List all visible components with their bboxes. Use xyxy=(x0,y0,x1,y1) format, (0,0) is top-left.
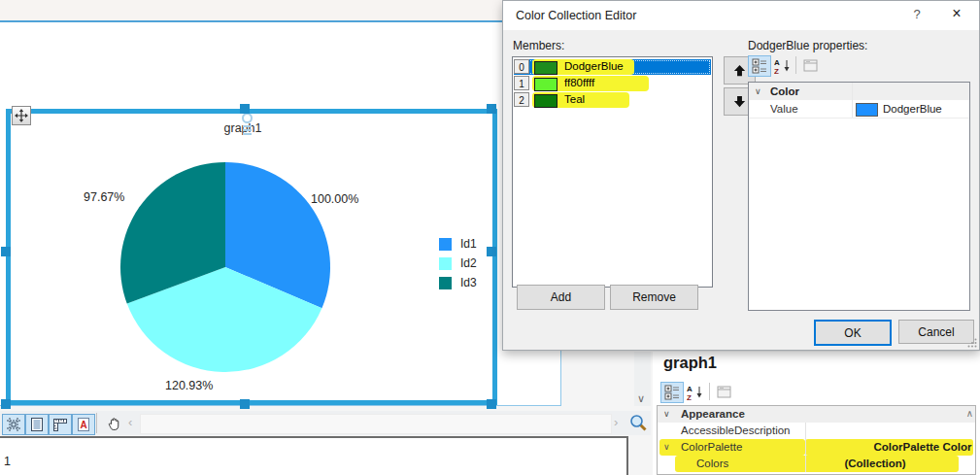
members-listbox[interactable]: 0 DodgerBlue 1 ff80ffff 2 Teal xyxy=(512,56,713,288)
zoom-button[interactable] xyxy=(628,413,648,432)
selection-handle-right[interactable] xyxy=(487,247,496,256)
collapse-icon[interactable]: ∨ xyxy=(663,439,670,456)
alphabetical-sort-button[interactable]: AZ xyxy=(684,382,707,403)
close-icon[interactable]: × xyxy=(947,5,966,22)
add-button[interactable]: Add xyxy=(517,285,605,310)
lined-page-icon xyxy=(29,417,45,432)
member-row-dodgerblue[interactable]: 0 DodgerBlue xyxy=(514,59,711,75)
member-row-teal[interactable]: 2 Teal xyxy=(514,92,711,108)
scroll-down-icon[interactable]: ∨ xyxy=(637,392,645,405)
scroll-up-icon[interactable]: ∧ xyxy=(966,408,973,419)
legend-swatch-id1 xyxy=(439,238,452,251)
categorized-view-button[interactable] xyxy=(660,382,684,403)
title-edit-artifact xyxy=(242,113,252,137)
svg-text:Z: Z xyxy=(687,393,692,401)
property-row-colors[interactable]: Colors (Collection) xyxy=(658,456,975,472)
member-label: Teal xyxy=(564,93,585,105)
page-layout-toggle-button[interactable] xyxy=(25,414,49,435)
property-pages-button[interactable] xyxy=(799,55,823,77)
toolbar-separator xyxy=(709,383,710,400)
properties-panel: graph1 AZ ∨ Appearance AccessibleDescrip… xyxy=(653,352,980,475)
member-color-swatch xyxy=(534,94,558,108)
grid-column-splitter[interactable] xyxy=(852,83,853,118)
property-row-accessibledescription[interactable]: AccessibleDescription xyxy=(658,423,975,439)
pie-label-id3: 97.67% xyxy=(84,190,124,204)
dialog-property-grid: ∨ Color Value DodgerBlue xyxy=(748,82,970,311)
pie-label-id1: 100.00% xyxy=(311,192,358,206)
member-label: ff80ffff xyxy=(564,77,594,88)
toolbar-separator xyxy=(96,413,97,433)
alphabetical-sort-button[interactable]: AZ xyxy=(771,55,794,77)
legend-item: Id2 xyxy=(439,256,477,270)
designer-bottom-toolbar: A ‹ › xyxy=(0,411,651,435)
properties-panel-title: graph1 xyxy=(663,354,717,372)
ruler-icon xyxy=(52,417,68,432)
selection-handle-bottom-right[interactable] xyxy=(487,399,496,409)
member-index-button[interactable]: 0 xyxy=(514,59,529,74)
ok-button[interactable]: OK xyxy=(814,320,892,346)
legend-label: Id1 xyxy=(460,237,477,251)
legend-label: Id3 xyxy=(460,276,477,289)
move-handle[interactable] xyxy=(12,106,31,125)
collapse-icon[interactable]: ∨ xyxy=(755,83,761,100)
hscroll-left-icon[interactable]: ‹ xyxy=(128,416,132,429)
remove-button[interactable]: Remove xyxy=(610,285,698,310)
magnifier-icon xyxy=(628,413,648,432)
member-color-swatch xyxy=(534,78,558,91)
detail-band-panel[interactable]: 1 xyxy=(0,436,628,475)
resize-grip[interactable] xyxy=(967,338,977,348)
legend-swatch-id3 xyxy=(439,277,452,289)
categorized-view-button[interactable] xyxy=(748,55,771,77)
hscroll-right-icon[interactable]: › xyxy=(614,416,618,429)
category-row-appearance[interactable]: ∨ Appearance xyxy=(658,406,975,423)
band-row-number: 1 xyxy=(4,455,11,468)
member-index-button[interactable]: 1 xyxy=(514,76,529,90)
member-row-ff80ffff[interactable]: 1 ff80ffff xyxy=(514,76,711,91)
legend-label: Id2 xyxy=(460,256,477,270)
screen: graph1 100.00% 120.93% 97.67% Id1 Id2 Id… xyxy=(0,0,980,475)
grid-column-splitter[interactable] xyxy=(805,423,806,472)
property-grid: ∨ Appearance AccessibleDescription ∨ Col… xyxy=(657,405,976,475)
selection-handle-bottom-left[interactable] xyxy=(1,399,11,409)
legend-swatch-id2 xyxy=(439,257,452,270)
categorized-icon xyxy=(752,58,767,74)
toolbar-separator xyxy=(795,56,796,74)
collapse-icon[interactable]: ∨ xyxy=(663,406,670,423)
selection-handle-bottom-center[interactable] xyxy=(240,399,250,409)
property-row-colorpalette[interactable]: ∨ ColorPalette ColorPalette Color [Dodge… xyxy=(658,439,975,456)
member-index-button[interactable]: 2 xyxy=(514,92,529,107)
dialog-title: Color Collection Editor xyxy=(516,9,636,22)
designer-vertical-scrollbar[interactable]: ∨ xyxy=(634,352,651,406)
value-color-swatch xyxy=(856,103,878,117)
letter-a-icon: A xyxy=(76,417,91,432)
az-sort-icon: AZ xyxy=(774,58,792,74)
pan-button[interactable] xyxy=(101,414,128,435)
ruler-toggle-button[interactable] xyxy=(49,414,72,435)
margins-icon xyxy=(6,417,21,432)
svg-text:Z: Z xyxy=(774,67,779,75)
az-sort-icon: AZ xyxy=(687,385,704,400)
legend-item: Id3 xyxy=(439,276,477,289)
help-icon[interactable]: ? xyxy=(909,7,925,21)
member-label: DodgerBlue xyxy=(564,60,624,72)
text-annotation-toggle-button[interactable]: A xyxy=(72,414,95,435)
horizontal-scrollbar-track[interactable] xyxy=(140,414,612,434)
properties-header: DodgerBlue properties: xyxy=(748,39,867,52)
pie-chart xyxy=(118,160,332,374)
property-pages-icon xyxy=(803,59,819,73)
svg-text:A: A xyxy=(80,420,86,430)
cancel-button[interactable]: Cancel xyxy=(898,320,974,344)
selection-handle-top-center[interactable] xyxy=(240,104,250,114)
categorized-icon xyxy=(664,385,680,400)
property-row-value[interactable]: Value DodgerBlue xyxy=(749,100,969,119)
down-arrow-icon xyxy=(732,94,747,109)
property-pages-button[interactable] xyxy=(713,382,736,403)
selection-handle-top-right[interactable] xyxy=(487,104,496,114)
margins-toggle-button[interactable] xyxy=(2,414,25,435)
category-row-color[interactable]: ∨ Color xyxy=(749,83,969,100)
color-collection-editor-dialog: Color Collection Editor ? × Members: 0 D… xyxy=(502,0,980,351)
selection-handle-left[interactable] xyxy=(1,247,11,256)
members-label: Members: xyxy=(513,39,564,52)
dialog-titlebar[interactable]: Color Collection Editor ? × xyxy=(503,1,979,30)
legend-item: Id1 xyxy=(439,237,477,251)
